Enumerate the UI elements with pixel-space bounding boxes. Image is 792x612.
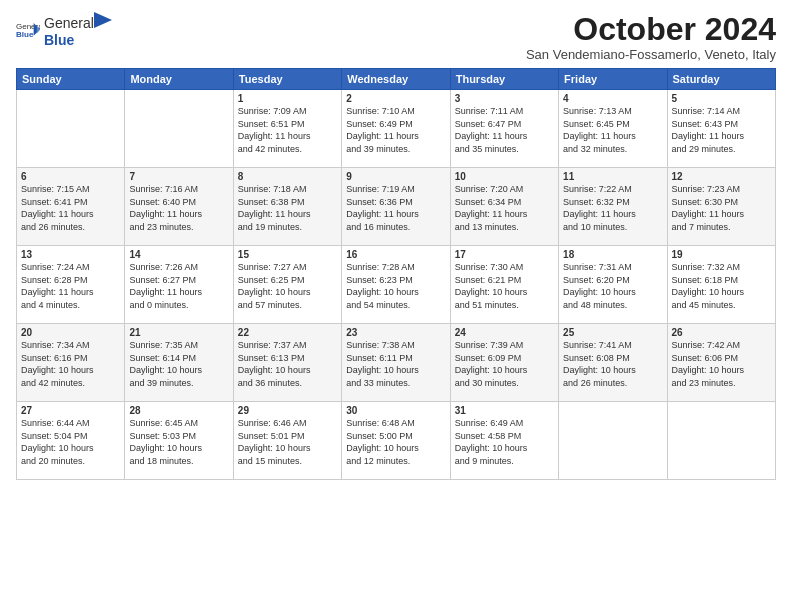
calendar-cell: 22Sunrise: 7:37 AM Sunset: 6:13 PM Dayli… <box>233 324 341 402</box>
calendar-cell: 1Sunrise: 7:09 AM Sunset: 6:51 PM Daylig… <box>233 90 341 168</box>
day-info: Sunrise: 7:39 AM Sunset: 6:09 PM Dayligh… <box>455 339 554 389</box>
calendar-cell: 31Sunrise: 6:49 AM Sunset: 4:58 PM Dayli… <box>450 402 558 480</box>
day-info: Sunrise: 7:37 AM Sunset: 6:13 PM Dayligh… <box>238 339 337 389</box>
day-number: 18 <box>563 249 662 260</box>
day-number: 30 <box>346 405 445 416</box>
calendar-cell: 28Sunrise: 6:45 AM Sunset: 5:03 PM Dayli… <box>125 402 233 480</box>
day-number: 24 <box>455 327 554 338</box>
day-number: 21 <box>129 327 228 338</box>
column-header-saturday: Saturday <box>667 69 775 90</box>
day-number: 3 <box>455 93 554 104</box>
day-info: Sunrise: 7:30 AM Sunset: 6:21 PM Dayligh… <box>455 261 554 311</box>
day-info: Sunrise: 7:16 AM Sunset: 6:40 PM Dayligh… <box>129 183 228 233</box>
calendar-cell: 6Sunrise: 7:15 AM Sunset: 6:41 PM Daylig… <box>17 168 125 246</box>
calendar-cell: 11Sunrise: 7:22 AM Sunset: 6:32 PM Dayli… <box>559 168 667 246</box>
column-header-thursday: Thursday <box>450 69 558 90</box>
day-info: Sunrise: 7:27 AM Sunset: 6:25 PM Dayligh… <box>238 261 337 311</box>
day-info: Sunrise: 7:10 AM Sunset: 6:49 PM Dayligh… <box>346 105 445 155</box>
calendar-cell: 18Sunrise: 7:31 AM Sunset: 6:20 PM Dayli… <box>559 246 667 324</box>
calendar-week-row: 20Sunrise: 7:34 AM Sunset: 6:16 PM Dayli… <box>17 324 776 402</box>
day-number: 25 <box>563 327 662 338</box>
day-info: Sunrise: 7:14 AM Sunset: 6:43 PM Dayligh… <box>672 105 771 155</box>
day-info: Sunrise: 7:18 AM Sunset: 6:38 PM Dayligh… <box>238 183 337 233</box>
calendar-cell: 24Sunrise: 7:39 AM Sunset: 6:09 PM Dayli… <box>450 324 558 402</box>
calendar-cell: 30Sunrise: 6:48 AM Sunset: 5:00 PM Dayli… <box>342 402 450 480</box>
day-info: Sunrise: 7:34 AM Sunset: 6:16 PM Dayligh… <box>21 339 120 389</box>
calendar-cell: 17Sunrise: 7:30 AM Sunset: 6:21 PM Dayli… <box>450 246 558 324</box>
calendar-cell: 29Sunrise: 6:46 AM Sunset: 5:01 PM Dayli… <box>233 402 341 480</box>
day-info: Sunrise: 7:13 AM Sunset: 6:45 PM Dayligh… <box>563 105 662 155</box>
day-number: 7 <box>129 171 228 182</box>
day-number: 5 <box>672 93 771 104</box>
day-number: 1 <box>238 93 337 104</box>
calendar-cell: 5Sunrise: 7:14 AM Sunset: 6:43 PM Daylig… <box>667 90 775 168</box>
day-number: 27 <box>21 405 120 416</box>
svg-marker-4 <box>94 12 112 28</box>
calendar-cell: 10Sunrise: 7:20 AM Sunset: 6:34 PM Dayli… <box>450 168 558 246</box>
calendar-cell: 9Sunrise: 7:19 AM Sunset: 6:36 PM Daylig… <box>342 168 450 246</box>
day-number: 13 <box>21 249 120 260</box>
day-number: 17 <box>455 249 554 260</box>
calendar-cell: 21Sunrise: 7:35 AM Sunset: 6:14 PM Dayli… <box>125 324 233 402</box>
day-number: 16 <box>346 249 445 260</box>
title-section: October 2024 San Vendemiano-Fossamerlo, … <box>526 12 776 62</box>
day-info: Sunrise: 7:22 AM Sunset: 6:32 PM Dayligh… <box>563 183 662 233</box>
header: General Blue General Blue October 2024 S… <box>16 12 776 62</box>
calendar-cell <box>17 90 125 168</box>
column-header-friday: Friday <box>559 69 667 90</box>
calendar-cell <box>559 402 667 480</box>
calendar-week-row: 1Sunrise: 7:09 AM Sunset: 6:51 PM Daylig… <box>17 90 776 168</box>
calendar-cell: 14Sunrise: 7:26 AM Sunset: 6:27 PM Dayli… <box>125 246 233 324</box>
calendar-cell: 15Sunrise: 7:27 AM Sunset: 6:25 PM Dayli… <box>233 246 341 324</box>
logo-icon: General Blue <box>16 21 40 41</box>
calendar-cell: 19Sunrise: 7:32 AM Sunset: 6:18 PM Dayli… <box>667 246 775 324</box>
calendar-cell: 20Sunrise: 7:34 AM Sunset: 6:16 PM Dayli… <box>17 324 125 402</box>
day-number: 10 <box>455 171 554 182</box>
day-info: Sunrise: 7:20 AM Sunset: 6:34 PM Dayligh… <box>455 183 554 233</box>
day-info: Sunrise: 7:24 AM Sunset: 6:28 PM Dayligh… <box>21 261 120 311</box>
day-info: Sunrise: 6:46 AM Sunset: 5:01 PM Dayligh… <box>238 417 337 467</box>
day-number: 8 <box>238 171 337 182</box>
column-header-sunday: Sunday <box>17 69 125 90</box>
calendar-cell: 27Sunrise: 6:44 AM Sunset: 5:04 PM Dayli… <box>17 402 125 480</box>
day-info: Sunrise: 6:44 AM Sunset: 5:04 PM Dayligh… <box>21 417 120 467</box>
column-header-tuesday: Tuesday <box>233 69 341 90</box>
day-number: 28 <box>129 405 228 416</box>
calendar-week-row: 27Sunrise: 6:44 AM Sunset: 5:04 PM Dayli… <box>17 402 776 480</box>
calendar-cell: 16Sunrise: 7:28 AM Sunset: 6:23 PM Dayli… <box>342 246 450 324</box>
day-info: Sunrise: 7:23 AM Sunset: 6:30 PM Dayligh… <box>672 183 771 233</box>
day-info: Sunrise: 7:31 AM Sunset: 6:20 PM Dayligh… <box>563 261 662 311</box>
logo: General Blue General Blue <box>16 12 112 49</box>
day-info: Sunrise: 7:09 AM Sunset: 6:51 PM Dayligh… <box>238 105 337 155</box>
calendar-header-row: SundayMondayTuesdayWednesdayThursdayFrid… <box>17 69 776 90</box>
column-header-wednesday: Wednesday <box>342 69 450 90</box>
svg-text:Blue: Blue <box>16 30 34 39</box>
day-number: 9 <box>346 171 445 182</box>
day-info: Sunrise: 7:38 AM Sunset: 6:11 PM Dayligh… <box>346 339 445 389</box>
day-number: 26 <box>672 327 771 338</box>
day-info: Sunrise: 6:45 AM Sunset: 5:03 PM Dayligh… <box>129 417 228 467</box>
calendar-week-row: 6Sunrise: 7:15 AM Sunset: 6:41 PM Daylig… <box>17 168 776 246</box>
day-info: Sunrise: 7:19 AM Sunset: 6:36 PM Dayligh… <box>346 183 445 233</box>
calendar: SundayMondayTuesdayWednesdayThursdayFrid… <box>16 68 776 480</box>
calendar-cell: 13Sunrise: 7:24 AM Sunset: 6:28 PM Dayli… <box>17 246 125 324</box>
day-info: Sunrise: 7:35 AM Sunset: 6:14 PM Dayligh… <box>129 339 228 389</box>
calendar-cell: 12Sunrise: 7:23 AM Sunset: 6:30 PM Dayli… <box>667 168 775 246</box>
calendar-cell <box>667 402 775 480</box>
logo-general: General <box>44 15 94 31</box>
calendar-cell <box>125 90 233 168</box>
day-number: 19 <box>672 249 771 260</box>
page: General Blue General Blue October 2024 S… <box>0 0 792 612</box>
month-title: October 2024 <box>526 12 776 47</box>
location: San Vendemiano-Fossamerlo, Veneto, Italy <box>526 47 776 62</box>
calendar-cell: 25Sunrise: 7:41 AM Sunset: 6:08 PM Dayli… <box>559 324 667 402</box>
day-info: Sunrise: 7:11 AM Sunset: 6:47 PM Dayligh… <box>455 105 554 155</box>
day-info: Sunrise: 7:42 AM Sunset: 6:06 PM Dayligh… <box>672 339 771 389</box>
day-number: 23 <box>346 327 445 338</box>
calendar-week-row: 13Sunrise: 7:24 AM Sunset: 6:28 PM Dayli… <box>17 246 776 324</box>
logo-arrow <box>94 12 112 28</box>
logo-text: General Blue <box>44 12 112 49</box>
calendar-cell: 23Sunrise: 7:38 AM Sunset: 6:11 PM Dayli… <box>342 324 450 402</box>
calendar-cell: 3Sunrise: 7:11 AM Sunset: 6:47 PM Daylig… <box>450 90 558 168</box>
day-number: 6 <box>21 171 120 182</box>
